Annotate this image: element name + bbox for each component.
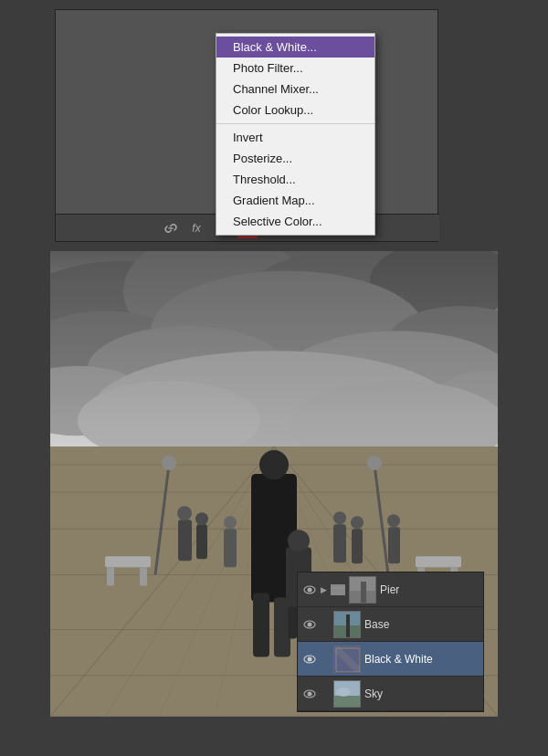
menu-item-channel-mixer[interactable]: Channel Mixer... bbox=[216, 79, 374, 100]
svg-rect-64 bbox=[416, 557, 461, 568]
svg-rect-59 bbox=[388, 527, 400, 563]
menu-item-photo-filter[interactable]: Photo Filter... bbox=[216, 58, 374, 79]
svg-rect-69 bbox=[331, 586, 345, 595]
layer-bw-name: Black & White bbox=[364, 653, 479, 666]
svg-rect-55 bbox=[333, 524, 346, 562]
layer-base-name: Base bbox=[364, 618, 479, 631]
top-panel: Black & White... Photo Filter... Channel… bbox=[55, 9, 438, 242]
svg-point-46 bbox=[288, 530, 310, 551]
svg-point-85 bbox=[308, 691, 312, 696]
menu-item-posterize[interactable]: Posterize... bbox=[216, 148, 374, 169]
canvas-area: ▶ Pier Base bbox=[50, 251, 498, 717]
svg-rect-57 bbox=[352, 529, 363, 563]
svg-point-89 bbox=[348, 686, 361, 693]
layer-pier-arrow: ▶ bbox=[321, 585, 327, 594]
layer-bw-visibility[interactable] bbox=[302, 652, 317, 667]
svg-rect-43 bbox=[253, 593, 269, 657]
link-icon[interactable] bbox=[161, 218, 181, 238]
svg-rect-78 bbox=[346, 614, 350, 638]
svg-point-42 bbox=[259, 450, 289, 479]
layer-pier-folder-icon bbox=[331, 584, 345, 595]
svg-point-68 bbox=[308, 587, 312, 592]
svg-rect-73 bbox=[361, 582, 366, 604]
svg-point-54 bbox=[224, 516, 237, 529]
svg-rect-62 bbox=[107, 568, 114, 586]
layer-bw-thumbnail bbox=[333, 646, 361, 673]
svg-rect-47 bbox=[288, 607, 297, 639]
svg-point-80 bbox=[308, 656, 312, 661]
layer-pier[interactable]: ▶ Pier bbox=[298, 572, 483, 607]
svg-rect-87 bbox=[334, 696, 361, 708]
svg-point-38 bbox=[162, 456, 176, 470]
menu-item-gradient-map[interactable]: Gradient Map... bbox=[216, 190, 374, 211]
svg-point-60 bbox=[387, 514, 400, 527]
adjustment-dropdown[interactable]: Black & White... Photo Filter... Channel… bbox=[216, 33, 375, 236]
svg-point-50 bbox=[177, 506, 192, 520]
layer-bw[interactable]: Black & White bbox=[298, 642, 483, 677]
layer-sky-visibility[interactable] bbox=[302, 687, 317, 701]
svg-point-40 bbox=[367, 456, 382, 470]
layer-sky-name: Sky bbox=[364, 688, 479, 700]
menu-item-color-lookup[interactable]: Color Lookup... bbox=[216, 100, 374, 121]
svg-rect-70 bbox=[331, 584, 336, 587]
svg-rect-63 bbox=[140, 568, 147, 586]
layer-pier-thumbnail bbox=[349, 576, 376, 604]
svg-point-56 bbox=[333, 511, 346, 524]
svg-rect-53 bbox=[224, 529, 237, 567]
fx-icon[interactable]: fx bbox=[186, 218, 206, 238]
svg-rect-49 bbox=[178, 520, 192, 561]
svg-rect-51 bbox=[196, 524, 207, 559]
pier-scene: ▶ Pier Base bbox=[50, 251, 498, 717]
menu-divider bbox=[216, 123, 374, 124]
svg-point-75 bbox=[308, 622, 312, 626]
layer-base-thumbnail bbox=[333, 611, 361, 638]
menu-item-threshold[interactable]: Threshold... bbox=[216, 169, 374, 190]
menu-item-black-white[interactable]: Black & White... bbox=[216, 37, 374, 58]
layer-pier-name: Pier bbox=[380, 583, 479, 596]
layer-pier-visibility[interactable] bbox=[302, 583, 317, 597]
layer-sky-thumbnail bbox=[333, 680, 361, 708]
menu-item-invert[interactable]: Invert bbox=[216, 127, 374, 148]
layer-sky[interactable]: Sky bbox=[298, 677, 483, 711]
layers-panel: ▶ Pier Base bbox=[297, 572, 484, 712]
svg-point-58 bbox=[351, 516, 364, 529]
menu-item-selective-color[interactable]: Selective Color... bbox=[216, 211, 374, 232]
svg-point-52 bbox=[195, 512, 208, 525]
layer-base-visibility[interactable] bbox=[302, 617, 317, 632]
layer-base[interactable]: Base bbox=[298, 607, 483, 642]
svg-rect-61 bbox=[105, 557, 151, 568]
